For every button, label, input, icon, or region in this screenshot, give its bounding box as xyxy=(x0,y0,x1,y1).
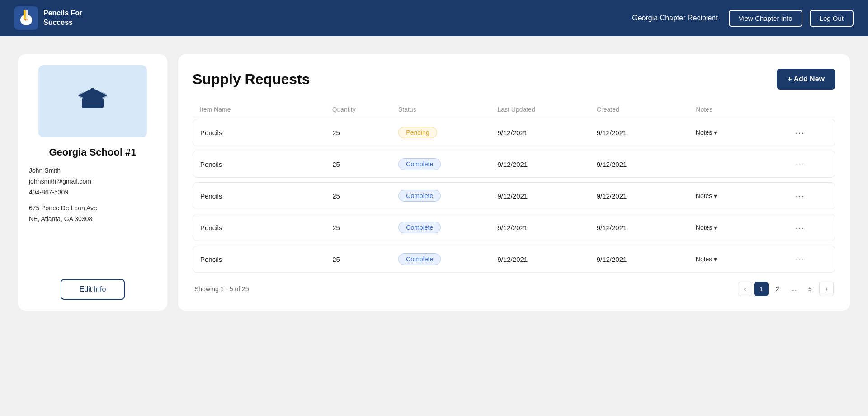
table-row: Pencils 25 Complete 9/12/2021 9/12/2021 … xyxy=(193,182,835,209)
col-last-updated: Last Updated xyxy=(497,106,596,113)
row-created: 9/12/2021 xyxy=(597,255,696,263)
address-line1: 675 Ponce De Leon Ave xyxy=(29,203,156,214)
more-options-button[interactable]: ··· xyxy=(795,128,805,138)
showing-text: Showing 1 - 5 of 25 xyxy=(194,285,249,293)
row-more[interactable]: ··· xyxy=(795,159,828,170)
col-actions xyxy=(795,106,828,113)
header-actions: Georgia Chapter Recipient View Chapter I… xyxy=(632,10,854,27)
pagination-next[interactable]: › xyxy=(819,282,834,296)
row-last-updated: 9/12/2021 xyxy=(497,129,596,137)
table-row: Pencils 25 Pending 9/12/2021 9/12/2021 N… xyxy=(193,119,835,146)
svg-rect-11 xyxy=(91,88,94,90)
row-notes: Notes ▾ xyxy=(696,255,795,263)
table-row: Pencils 25 Complete 9/12/2021 9/12/2021 … xyxy=(193,151,835,178)
logo-icon xyxy=(14,6,38,30)
chapter-name: Georgia Chapter Recipient xyxy=(632,14,717,22)
address-block: 675 Ponce De Leon Ave NE, Atlanta, GA 30… xyxy=(29,203,156,225)
svg-rect-3 xyxy=(24,10,26,19)
row-item-name: Pencils xyxy=(200,192,332,200)
supply-requests-title: Supply Requests xyxy=(193,71,310,88)
col-notes: Notes xyxy=(696,106,795,113)
svg-rect-4 xyxy=(26,10,28,19)
pagination-prev[interactable]: ‹ xyxy=(738,282,752,296)
row-more[interactable]: ··· xyxy=(795,254,828,265)
contact-name: John Smith xyxy=(29,165,156,176)
row-status: Complete xyxy=(398,158,497,170)
school-name: Georgia School #1 xyxy=(49,147,136,158)
header: Pencils For Success Georgia Chapter Reci… xyxy=(0,0,868,36)
col-item-name: Item Name xyxy=(200,106,332,113)
edit-info-button[interactable]: Edit Info xyxy=(61,279,125,300)
row-notes: Notes ▾ xyxy=(696,192,795,199)
logout-button[interactable]: Log Out xyxy=(810,10,854,27)
row-item-name: Pencils xyxy=(200,255,332,263)
row-last-updated: 9/12/2021 xyxy=(497,255,596,263)
main-content: Georgia School #1 John Smith johnsmith@g… xyxy=(0,36,868,329)
row-quantity: 25 xyxy=(332,161,398,168)
brand-name: Pencils For Success xyxy=(43,9,82,28)
contact-email: johnsmith@gmail.com xyxy=(29,176,156,187)
pagination-page-2[interactable]: 2 xyxy=(770,282,785,296)
add-new-button[interactable]: + Add New xyxy=(777,69,835,90)
notes-button[interactable]: Notes ▾ xyxy=(696,255,717,263)
row-quantity: 25 xyxy=(332,255,398,263)
table-row: Pencils 25 Complete 9/12/2021 9/12/2021 … xyxy=(193,246,835,273)
row-item-name: Pencils xyxy=(200,129,332,137)
row-created: 9/12/2021 xyxy=(597,161,696,168)
supply-header: Supply Requests + Add New xyxy=(193,69,835,90)
table-header: Item Name Quantity Status Last Updated C… xyxy=(193,102,835,117)
row-last-updated: 9/12/2021 xyxy=(497,192,596,200)
row-last-updated: 9/12/2021 xyxy=(497,224,596,232)
col-status: Status xyxy=(398,106,497,113)
row-status: Complete xyxy=(398,253,497,265)
row-item-name: Pencils xyxy=(200,224,332,232)
row-created: 9/12/2021 xyxy=(597,224,696,232)
row-status: Complete xyxy=(398,222,497,233)
more-options-button[interactable]: ··· xyxy=(795,191,805,201)
view-chapter-info-button[interactable]: View Chapter Info xyxy=(729,10,802,27)
notes-button[interactable]: Notes ▾ xyxy=(696,224,717,231)
row-created: 9/12/2021 xyxy=(597,129,696,137)
row-quantity: 25 xyxy=(332,224,398,232)
row-last-updated: 9/12/2021 xyxy=(497,161,596,168)
table-rows-container: Pencils 25 Pending 9/12/2021 9/12/2021 N… xyxy=(193,119,835,273)
row-quantity: 25 xyxy=(332,192,398,200)
row-more[interactable]: ··· xyxy=(795,191,828,201)
row-item-name: Pencils xyxy=(200,161,332,168)
row-status: Pending xyxy=(398,127,497,138)
col-created: Created xyxy=(597,106,696,113)
row-notes: Notes ▾ xyxy=(696,129,795,136)
row-created: 9/12/2021 xyxy=(597,192,696,200)
graduation-cap-icon xyxy=(76,82,109,121)
supply-panel: Supply Requests + Add New Item Name Quan… xyxy=(178,54,850,311)
table-row: Pencils 25 Complete 9/12/2021 9/12/2021 … xyxy=(193,214,835,241)
row-quantity: 25 xyxy=(332,129,398,137)
pagination-dots: ... xyxy=(787,282,801,296)
notes-button[interactable]: Notes ▾ xyxy=(696,192,717,199)
row-notes: Notes ▾ xyxy=(696,224,795,231)
row-more[interactable]: ··· xyxy=(795,128,828,138)
row-more[interactable]: ··· xyxy=(795,222,828,233)
profile-avatar xyxy=(38,65,147,137)
pagination: ‹ 1 2 ... 5 › xyxy=(738,282,834,296)
more-options-button[interactable]: ··· xyxy=(795,159,805,170)
contact-phone: 404-867-5309 xyxy=(29,187,156,198)
more-options-button[interactable]: ··· xyxy=(795,222,805,233)
notes-button[interactable]: Notes ▾ xyxy=(696,129,717,136)
more-options-button[interactable]: ··· xyxy=(795,254,805,265)
pagination-page-1[interactable]: 1 xyxy=(754,282,769,296)
pagination-row: Showing 1 - 5 of 25 ‹ 1 2 ... 5 › xyxy=(193,282,835,296)
profile-info: John Smith johnsmith@gmail.com 404-867-5… xyxy=(29,165,156,225)
logo: Pencils For Success xyxy=(14,6,82,30)
col-quantity: Quantity xyxy=(332,106,398,113)
pagination-page-5[interactable]: 5 xyxy=(803,282,817,296)
row-status: Complete xyxy=(398,190,497,202)
profile-card: Georgia School #1 John Smith johnsmith@g… xyxy=(18,54,167,311)
address-line2: NE, Atlanta, GA 30308 xyxy=(29,214,156,225)
